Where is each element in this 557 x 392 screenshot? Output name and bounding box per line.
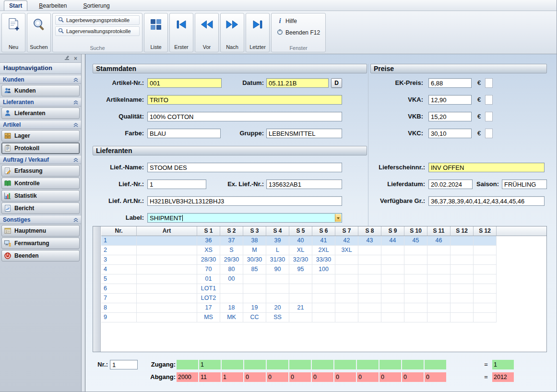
sidebar-item-kunden[interactable]: Kunden bbox=[1, 85, 80, 96]
neu-button[interactable]: Neu bbox=[1, 13, 25, 52]
qualitaet-input[interactable]: 100% COTTON bbox=[147, 112, 342, 121]
grid-cell[interactable]: MS bbox=[197, 313, 220, 322]
grid-cell[interactable] bbox=[404, 265, 427, 274]
grid-cell[interactable] bbox=[474, 294, 497, 303]
grid-cell[interactable] bbox=[450, 313, 474, 322]
ex-lief-nr-input[interactable]: 135632AB1 bbox=[266, 179, 342, 189]
grid-cell[interactable] bbox=[474, 246, 497, 255]
grid-cell[interactable] bbox=[404, 255, 427, 265]
pin-icon[interactable] bbox=[65, 56, 70, 61]
grid-cell[interactable] bbox=[358, 313, 381, 322]
grid-cell[interactable] bbox=[243, 274, 266, 284]
grid-cell[interactable] bbox=[335, 274, 358, 284]
grid-cell[interactable] bbox=[427, 265, 450, 274]
grid-cell[interactable] bbox=[358, 294, 381, 303]
grid-cell[interactable]: 70 bbox=[197, 265, 220, 274]
grid-cell[interactable] bbox=[381, 284, 404, 294]
grid-cell[interactable]: 28/30 bbox=[197, 255, 220, 265]
grid-cell[interactable] bbox=[243, 294, 266, 303]
saison-input[interactable]: FRÜHLING bbox=[502, 179, 547, 189]
grid-row[interactable]: 7LOT2 bbox=[101, 294, 546, 303]
grid-cell[interactable]: SS bbox=[266, 313, 289, 322]
grid-cell[interactable]: 31/30 bbox=[266, 255, 289, 265]
grid-cell[interactable]: S bbox=[220, 246, 243, 255]
grid-cell[interactable]: 30/30 bbox=[243, 255, 266, 265]
grid-cell[interactable] bbox=[358, 274, 381, 284]
dropdown-arrow-icon[interactable] bbox=[335, 214, 341, 222]
sidebar-item-bericht[interactable]: Bericht bbox=[1, 202, 80, 214]
grid-cell[interactable] bbox=[137, 294, 197, 303]
grid-cell[interactable]: 36 bbox=[197, 236, 220, 246]
grid-cell[interactable] bbox=[427, 303, 450, 313]
lagerbewegungsprotokolle-button[interactable]: Lagerbewegungsprotokolle bbox=[55, 15, 140, 25]
verfuegbare-input[interactable]: 36,37,38,39,40,41,42,43,44,45,46 bbox=[428, 196, 545, 206]
grid-cell[interactable]: 01 bbox=[197, 274, 220, 284]
grid-cell[interactable]: XS bbox=[197, 246, 220, 255]
grid-cell[interactable] bbox=[137, 303, 197, 313]
farbe-input[interactable]: BLAU bbox=[147, 129, 221, 138]
preise-row-input[interactable]: 6,88 bbox=[428, 78, 472, 88]
grid-cell[interactable] bbox=[474, 255, 497, 265]
grid-cell[interactable]: 90 bbox=[266, 265, 289, 274]
grid-cell[interactable] bbox=[450, 265, 474, 274]
grid-cell[interactable] bbox=[450, 294, 474, 303]
datum-picker-button[interactable]: D bbox=[331, 78, 342, 88]
grid-cell[interactable] bbox=[137, 246, 197, 255]
grid-cell[interactable] bbox=[335, 303, 358, 313]
grid-cell[interactable] bbox=[312, 284, 335, 294]
grid-cell[interactable] bbox=[381, 303, 404, 313]
grid-cell[interactable] bbox=[450, 246, 474, 255]
splitter[interactable] bbox=[82, 54, 85, 392]
grid-cell[interactable] bbox=[358, 284, 381, 294]
grid-row[interactable]: 81718192021 bbox=[101, 303, 546, 313]
nach-button[interactable]: Nach bbox=[220, 13, 244, 52]
grid-cell[interactable] bbox=[381, 265, 404, 274]
grid-cell[interactable]: 37 bbox=[220, 236, 243, 246]
erster-button[interactable]: Erster bbox=[169, 13, 193, 52]
grid-cell[interactable] bbox=[427, 274, 450, 284]
grid-cell[interactable] bbox=[358, 246, 381, 255]
grid-cell[interactable] bbox=[474, 236, 497, 246]
sidebar-section-lieferanten[interactable]: Lieferanten bbox=[0, 98, 81, 107]
lief-nr-input[interactable]: 1 bbox=[147, 179, 206, 189]
sidebar-item-hauptmenu[interactable]: Hauptmenu bbox=[1, 225, 80, 237]
grid-cell[interactable]: 00 bbox=[220, 274, 243, 284]
grid-cell[interactable]: LOT1 bbox=[197, 284, 220, 294]
grid-cell[interactable] bbox=[335, 313, 358, 322]
grid-row[interactable]: 328/3029/3030/3031/3032/3033/30 bbox=[101, 255, 546, 265]
grid-cell[interactable] bbox=[137, 265, 197, 274]
grid-row[interactable]: 6LOT1 bbox=[101, 284, 546, 294]
grid-cell[interactable] bbox=[450, 274, 474, 284]
grid-cell[interactable] bbox=[450, 284, 474, 294]
grid-cell[interactable] bbox=[312, 274, 335, 284]
grid-cell[interactable] bbox=[474, 284, 497, 294]
grid-cell[interactable] bbox=[312, 294, 335, 303]
grid-cell[interactable] bbox=[289, 284, 312, 294]
grid-cell[interactable] bbox=[427, 313, 450, 322]
grid-cell[interactable]: 40 bbox=[289, 236, 312, 246]
grid-cell[interactable] bbox=[137, 284, 197, 294]
grid-cell[interactable]: 46 bbox=[427, 236, 450, 246]
grid-cell[interactable]: 19 bbox=[243, 303, 266, 313]
grid-cell[interactable]: 39 bbox=[266, 236, 289, 246]
grid-cell[interactable] bbox=[381, 255, 404, 265]
grid-cell[interactable]: 5 bbox=[101, 274, 137, 284]
grid-cell[interactable] bbox=[427, 255, 450, 265]
grid-cell[interactable] bbox=[450, 255, 474, 265]
grid-cell[interactable]: MK bbox=[220, 313, 243, 322]
grid-row-selector-column[interactable] bbox=[93, 226, 101, 352]
grid-cell[interactable]: 18 bbox=[220, 303, 243, 313]
grid-cell[interactable] bbox=[335, 255, 358, 265]
grid-cell[interactable] bbox=[381, 274, 404, 284]
grid-cell[interactable] bbox=[335, 265, 358, 274]
grid-cell[interactable] bbox=[474, 265, 497, 274]
grid-cell[interactable] bbox=[404, 274, 427, 284]
preise-row-input[interactable]: 15,20 bbox=[428, 112, 472, 121]
grid-cell[interactable]: 32/30 bbox=[289, 255, 312, 265]
letzter-button[interactable]: Letzter bbox=[246, 13, 270, 52]
gruppe-input[interactable]: LEBENSMITTEL bbox=[266, 129, 342, 138]
grid-cell[interactable]: 8 bbox=[101, 303, 137, 313]
tab-sortierung[interactable]: Sortierung bbox=[78, 1, 114, 11]
beenden-f12-button[interactable]: Beenden F12 bbox=[274, 27, 323, 38]
grid-cell[interactable] bbox=[381, 246, 404, 255]
